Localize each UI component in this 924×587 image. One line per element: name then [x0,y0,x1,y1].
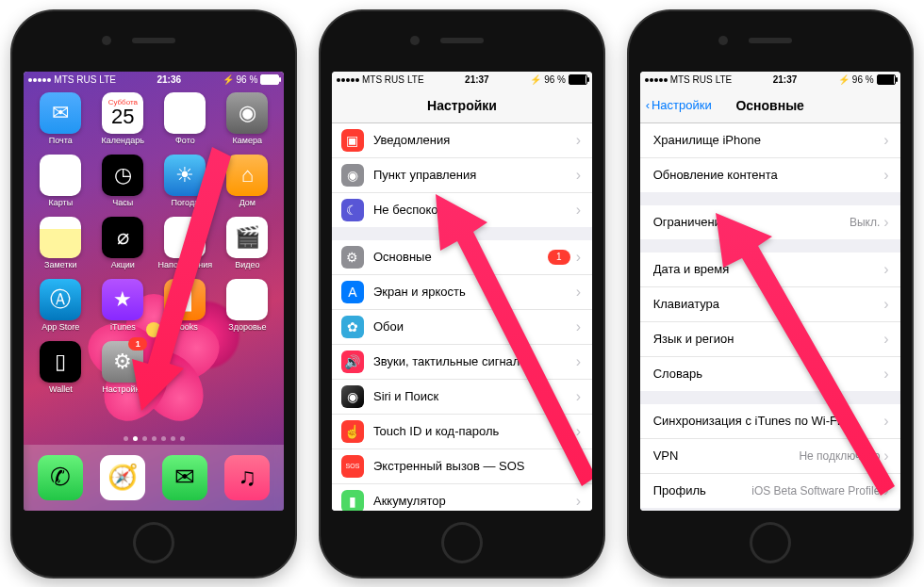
app-icon: ◷ [102,155,143,196]
chevron-right-icon: › [576,284,581,301]
settings-row[interactable]: SOSЭкстренный вызов — SOS› [332,449,592,484]
settings-row[interactable]: 🔊Звуки, тактильные сигналы› [332,345,592,380]
chevron-right-icon: › [883,167,888,184]
app-icon: ▯ [40,341,81,383]
row-icon: ▮ [341,490,364,511]
settings-list[interactable]: ▣Уведомления›◉Пункт управления›☾Не беспо… [332,123,592,511]
app-icon: ⌀ [102,217,143,258]
row-label: VPN [653,448,800,463]
row-value: iOS Beta Software Profile [751,484,880,497]
settings-row[interactable]: ☾Не беспокоить› [332,193,592,227]
signal-icon [337,78,359,82]
settings-row[interactable]: ◉Пункт управления› [332,158,592,193]
chevron-right-icon: › [883,331,888,348]
app-Календарь[interactable]: Суббота25Календарь [94,92,151,145]
dock-app[interactable]: ✆ [38,455,83,500]
app-label: iTunes [110,322,136,332]
settings-row[interactable]: ✿Обои› [332,310,592,345]
row-label: Синхронизация с iTunes по Wi-Fi [653,414,884,428]
status-bar: MTS RUS LTE 21:36 ⚡ 96 % [24,72,284,89]
app-Карты[interactable]: ➤Карты [32,155,89,207]
general-row[interactable]: Обновление контента› [640,158,900,192]
app-Почта[interactable]: ✉Почта [32,92,89,145]
chevron-right-icon: › [883,132,888,149]
general-row[interactable]: ПрофильiOS Beta Software Profile› [640,474,900,508]
row-label: Экстренный вызов — SOS [373,459,576,473]
settings-row[interactable]: ▮Аккумулятор› [332,484,592,511]
app-Настройки[interactable]: ⚙1Настройки [94,341,151,394]
general-row[interactable]: Словарь› [640,357,900,391]
app-Здоровье[interactable]: ♥Здоровье [219,279,275,332]
app-Напоминания[interactable]: ≡Напоминания [157,217,213,269]
battery-pct: 96 % [237,74,258,85]
app-icon: ➤ [40,155,81,196]
row-label: Ограничения [653,215,850,229]
app-iBooks[interactable]: ▉iBooks [157,279,213,332]
general-row[interactable]: Хранилище iPhone› [640,123,900,158]
general-row[interactable]: Синхронизация с iTunes по Wi-Fi› [640,404,900,439]
chevron-right-icon: › [576,423,581,440]
settings-row[interactable]: ▣Уведомления› [332,123,592,158]
app-Фото[interactable]: ✿Фото [157,92,213,145]
app-App Store[interactable]: ⒶApp Store [32,279,89,332]
app-label: Карты [49,198,74,207]
row-label: Пункт управления [373,168,576,182]
page-dots[interactable] [24,432,284,445]
chevron-right-icon: › [883,448,888,465]
app-label: Акции [111,260,135,269]
app-Wallet[interactable]: ▯Wallet [32,341,89,394]
dock-app[interactable]: ♫ [224,455,270,500]
general-row[interactable]: ОграниченияВыкл.› [640,205,900,239]
settings-row[interactable]: AЭкран и яркость› [332,275,592,310]
app-Погода[interactable]: ☀Погода [157,155,213,207]
chevron-right-icon: › [576,249,581,266]
network-label: LTE [99,74,116,85]
row-label: Хранилище iPhone [653,133,884,147]
app-Акции[interactable]: ⌀Акции [94,217,151,269]
chevron-right-icon: › [883,366,888,383]
row-value: Выкл. [850,216,880,229]
general-row[interactable]: Клавиатура› [640,287,900,322]
app-Видео[interactable]: 🎬Видео [219,217,275,269]
chevron-right-icon: › [883,296,888,313]
dock-app[interactable]: ✉ [162,455,207,500]
navbar: Настройки [332,89,592,123]
general-row[interactable]: VPNНе подключено› [640,439,900,474]
settings-row[interactable]: ⚙Основные1› [332,240,592,275]
row-icon: SOS [341,455,364,478]
app-label: Wallet [49,384,73,394]
home-button[interactable] [133,522,174,563]
general-row[interactable]: Дата и время› [640,253,900,287]
app-icon: Ⓐ [40,279,81,320]
settings-row[interactable]: ☝Touch ID и код-пароль› [332,415,592,449]
app-icon: ♥ [226,279,268,320]
app-label: Заметки [44,260,76,269]
general-list[interactable]: Хранилище iPhone›Обновление контента›Огр… [640,123,900,511]
app-label: Настройки [102,384,143,394]
status-time: 21:37 [465,74,489,85]
chevron-right-icon: › [576,353,581,370]
home-button[interactable] [750,522,791,563]
home-button[interactable] [441,522,483,563]
app-label: Часы [112,198,133,207]
app-Заметки[interactable]: Заметки [32,217,89,269]
chevron-left-icon: ‹ [646,98,650,112]
row-label: Touch ID и код-пароль [373,424,576,438]
row-icon: ▣ [341,129,364,152]
back-button[interactable]: ‹ Настройки [646,98,712,112]
app-Дом[interactable]: ⌂Дом [219,155,275,207]
chevron-right-icon: › [576,318,581,335]
row-badge: 1 [548,250,570,265]
battery-icon [260,74,279,85]
settings-row[interactable]: ◉Siri и Поиск› [332,380,592,415]
app-iTunes[interactable]: ★iTunes [94,279,151,332]
row-icon: ◉ [341,385,364,408]
bt-icon: ⚡ [223,74,234,85]
general-row[interactable]: Язык и регион› [640,322,900,357]
app-Камера[interactable]: ◉Камера [219,92,275,145]
row-label: Обновление контента [653,168,884,182]
app-Часы[interactable]: ◷Часы [94,155,151,207]
dock-app[interactable]: 🧭 [100,455,145,500]
app-label: Видео [235,260,259,269]
status-bar: MTS RUS LTE 21:37 ⚡ 96 % [640,72,900,89]
